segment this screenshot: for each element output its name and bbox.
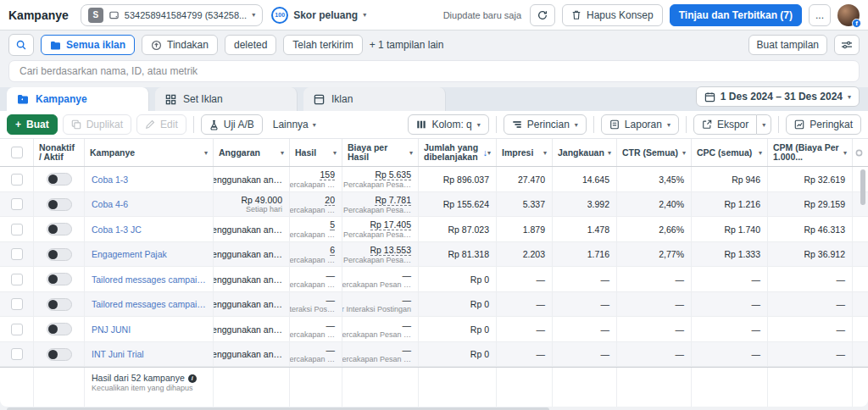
header-cost-per-result[interactable]: Biaya per Hasil ▾: [342, 139, 419, 166]
filter-chip-semua-iklan[interactable]: Semua iklan: [41, 35, 135, 55]
active-toggle[interactable]: [47, 173, 72, 186]
info-icon[interactable]: i: [188, 374, 197, 383]
table-row: PNJ JUNI Menggunakan an… — Percakapan … …: [0, 317, 868, 342]
row-checkbox[interactable]: [11, 298, 23, 310]
result-value[interactable]: —: [326, 295, 336, 305]
active-toggle[interactable]: [47, 198, 72, 211]
rank-button[interactable]: Peringkat: [786, 114, 861, 135]
campaign-name-link[interactable]: INT Juni Trial: [92, 349, 206, 359]
cost-value[interactable]: Rp 5.635: [375, 169, 411, 180]
header-cpm[interactable]: CPM (Biaya Per 1.000... ▾: [768, 139, 853, 166]
campaign-name-link[interactable]: Coba 1-3: [92, 175, 206, 185]
vertical-scrollbar[interactable]: [860, 169, 865, 205]
campaign-name-link[interactable]: Tailored messages campaign 08/0…: [92, 274, 206, 285]
header-label: Impresi: [502, 148, 533, 158]
ab-test-button[interactable]: Uji A/B: [201, 114, 263, 135]
header-budget[interactable]: Anggaran ▾: [214, 139, 290, 166]
row-checkbox[interactable]: [11, 224, 23, 235]
campaign-name-link[interactable]: PNJ JUNI: [92, 324, 206, 335]
campaign-name-link[interactable]: Engagement Pajak: [92, 249, 206, 259]
columns-button[interactable]: Kolom: q ▾: [408, 114, 488, 135]
cost-value[interactable]: —: [403, 320, 412, 330]
more-options-button[interactable]: ...: [809, 4, 831, 26]
result-value[interactable]: 5: [330, 219, 335, 230]
refresh-button[interactable]: [530, 4, 555, 26]
account-selector[interactable]: S 534258941584799 (534258... ▾: [81, 4, 263, 26]
user-avatar[interactable]: f: [837, 4, 860, 26]
row-checkbox[interactable]: [11, 248, 23, 260]
row-checkbox[interactable]: [11, 198, 23, 210]
footer-cell: [290, 368, 342, 407]
campaign-name-link[interactable]: Tailored messages campaign 04/0…: [92, 299, 206, 309]
export-button[interactable]: Ekspor: [693, 114, 757, 135]
header-amount-spent[interactable]: Jumlah yang dibelanjakan ↓ ▾: [419, 139, 497, 166]
search-input[interactable]: [8, 60, 860, 82]
active-toggle[interactable]: [47, 273, 72, 285]
tab-kampanye[interactable]: Kampanye: [7, 87, 149, 111]
header-settings[interactable]: [853, 139, 868, 166]
header-ctr[interactable]: CTR (Semua) ▾: [617, 139, 692, 166]
cost-value[interactable]: Rp 7.781: [375, 195, 411, 206]
filter-chip-deleted[interactable]: deleted: [225, 35, 276, 55]
result-value[interactable]: —: [326, 345, 336, 355]
row-checkbox[interactable]: [11, 348, 23, 360]
opportunity-score[interactable]: 100 Skor peluang ▾: [271, 7, 366, 24]
header-cpc[interactable]: CPC (semua) ▾: [692, 139, 768, 166]
tab-set-iklan[interactable]: Set Iklan: [155, 87, 298, 111]
cost-value[interactable]: Rp 13.553: [370, 245, 411, 256]
active-toggle[interactable]: [47, 348, 72, 361]
ctr-value: 2,77%: [659, 249, 684, 259]
search-filter-button[interactable]: [8, 34, 34, 56]
filter-chip-telah-terkirim[interactable]: Telah terkirim: [283, 35, 362, 55]
horizontal-scrollbar[interactable]: [0, 407, 868, 410]
row-end-cell: [853, 242, 868, 267]
header-impressions[interactable]: Impresi ▾: [497, 139, 553, 166]
breakdown-button[interactable]: Perincian ▾: [504, 114, 587, 135]
active-toggle[interactable]: [47, 298, 72, 311]
cost-value[interactable]: —: [403, 295, 412, 305]
active-toggle[interactable]: [47, 223, 72, 235]
ctr-value: 2,66%: [659, 224, 684, 235]
header-reach[interactable]: Jangkauan ▾: [553, 139, 617, 166]
cost-value[interactable]: Rp 17.405: [370, 219, 411, 230]
result-value[interactable]: 159: [320, 169, 335, 180]
result-value[interactable]: —: [326, 320, 336, 330]
more-views-link[interactable]: + 1 tampilan lain: [370, 39, 444, 51]
export-dropdown-button[interactable]: ▾: [757, 114, 771, 135]
more-actions-button[interactable]: Lainnya ▾: [268, 115, 321, 134]
create-button[interactable]: + Buat: [7, 114, 58, 135]
active-toggle[interactable]: [47, 323, 72, 335]
result-value[interactable]: 20: [325, 195, 335, 206]
report-button[interactable]: Laporan ▾: [601, 114, 679, 135]
cost-value[interactable]: —: [403, 270, 412, 280]
row-checkbox[interactable]: [11, 274, 23, 285]
campaign-name-link[interactable]: Coba 4-6: [92, 199, 206, 209]
cpm-cell: —: [768, 317, 853, 341]
row-checkbox[interactable]: [11, 324, 23, 335]
footer-cell: [214, 368, 290, 407]
active-toggle[interactable]: [47, 248, 72, 261]
discard-draft-button[interactable]: Hapus Konsep: [562, 4, 663, 26]
chevron-down-icon: ▾: [363, 11, 366, 19]
tab-iklan[interactable]: Iklan: [303, 87, 446, 111]
duplicate-button[interactable]: Duplikat: [63, 114, 131, 135]
filter-chip-tindakan[interactable]: Tindakan: [142, 35, 218, 55]
ctr-value: —: [676, 349, 685, 359]
review-publish-button[interactable]: Tinjau dan Terbitkan (7): [670, 4, 802, 26]
chevron-down-icon: ▾: [759, 148, 762, 158]
header-result[interactable]: Hasil ▾: [290, 139, 342, 166]
select-all-checkbox[interactable]: [11, 147, 23, 158]
header-campaign[interactable]: Kampanye ▾: [85, 139, 214, 166]
row-checkbox[interactable]: [11, 174, 23, 186]
cpc-value: —: [752, 349, 761, 359]
result-value[interactable]: —: [326, 270, 336, 280]
result-value[interactable]: 6: [330, 245, 335, 256]
cpm-cell: Rp 46.313: [768, 217, 853, 241]
filter-settings-button[interactable]: [834, 35, 860, 55]
create-view-button[interactable]: Buat tampilan: [748, 35, 827, 55]
cost-value[interactable]: —: [403, 345, 412, 355]
campaign-name-link[interactable]: Coba 1-3 JC: [92, 224, 206, 235]
date-range-button[interactable]: 1 Des 2024 – 31 Des 2024 ▾: [696, 86, 860, 107]
row-select-cell: [0, 292, 34, 317]
edit-button[interactable]: Edit: [136, 114, 186, 135]
